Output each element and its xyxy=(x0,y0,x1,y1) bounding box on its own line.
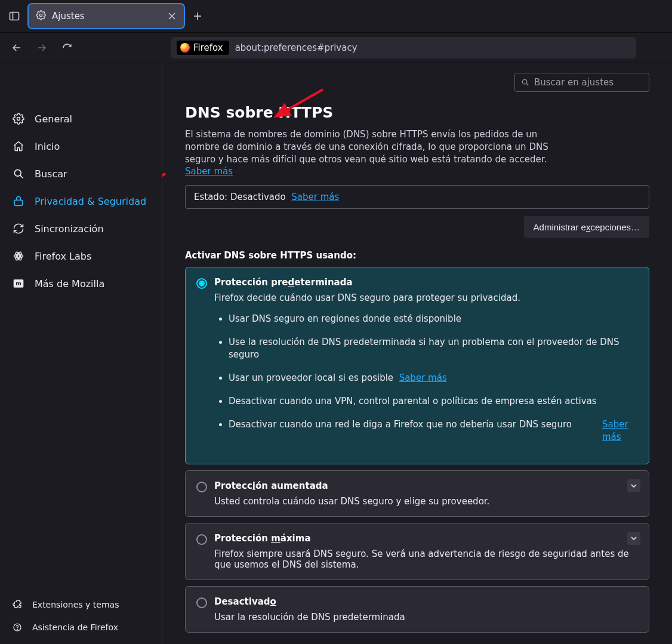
option-description: Usted controla cuándo usar DNS seguro y … xyxy=(214,496,638,507)
lock-icon xyxy=(12,195,25,208)
option-max[interactable]: Protección máxima Firefox siempre usará … xyxy=(185,523,649,580)
option-title: Protección máxima xyxy=(214,533,311,544)
sidebar-item-label: Buscar xyxy=(35,168,67,180)
chevron-down-icon[interactable] xyxy=(627,532,640,545)
status-learn-more-link[interactable]: Saber más xyxy=(291,192,339,202)
sidebar-item-label: Asistencia de Firefox xyxy=(32,623,118,632)
sync-icon xyxy=(12,222,25,235)
labs-icon xyxy=(12,249,25,263)
svg-rect-0 xyxy=(10,13,19,20)
sidebar-item-label: General xyxy=(35,113,72,125)
status-value: Desactivado xyxy=(230,192,286,202)
firefox-logo-icon xyxy=(180,43,190,53)
svg-point-20 xyxy=(17,629,17,630)
sidebar-item-label: Más de Mozilla xyxy=(35,278,104,289)
gear-icon xyxy=(36,10,46,23)
tab-ajustes[interactable]: Ajustes xyxy=(29,4,184,28)
svg-rect-12 xyxy=(14,200,22,205)
gear-icon xyxy=(12,112,25,125)
section-title: DNS sobre HTTPS xyxy=(185,104,649,121)
status-label: Estado: xyxy=(194,192,230,202)
sidebar-support[interactable]: Asistencia de Firefox xyxy=(5,617,157,638)
radio-icon xyxy=(196,597,207,608)
option-bullet: Use la resolución de DNS predeterminada … xyxy=(229,336,638,361)
tab-label: Ajustes xyxy=(52,11,85,21)
option-description: Firefox siempre usará DNS seguro. Se ver… xyxy=(214,549,638,570)
radio-icon xyxy=(196,482,207,492)
option-bullet: Usar un proveedor local si es posible Sa… xyxy=(229,372,638,384)
sidebar-item-sync[interactable]: Sincronización xyxy=(5,215,157,242)
option-increased[interactable]: Protección aumentada Usted controla cuán… xyxy=(185,470,649,517)
forward-button[interactable] xyxy=(31,37,53,58)
learn-more-link[interactable]: Saber más xyxy=(602,418,638,443)
option-title: Desactivado xyxy=(214,596,276,607)
svg-point-10 xyxy=(14,170,21,176)
panel-icon xyxy=(9,11,20,21)
reload-button[interactable] xyxy=(56,37,78,58)
sidebar-item-privacy[interactable]: Privacidad & Seguridad xyxy=(5,187,157,215)
puzzle-icon xyxy=(12,599,23,610)
search-icon xyxy=(12,167,25,180)
plus-icon xyxy=(193,12,202,20)
svg-point-2 xyxy=(39,14,42,16)
svg-line-4 xyxy=(169,13,175,19)
firefox-badge: Firefox xyxy=(177,41,229,55)
annotation-arrow xyxy=(162,171,168,203)
svg-line-3 xyxy=(169,13,175,19)
option-title: Protección aumentada xyxy=(214,480,328,491)
back-button[interactable] xyxy=(6,37,27,58)
settings-search-input[interactable]: Buscar en ajustes xyxy=(514,73,649,92)
option-bullet: Usar DNS seguro en regiones donde esté d… xyxy=(229,313,638,325)
option-bullet: Desactivar cuando una red le diga a Fire… xyxy=(229,418,638,443)
reload-icon xyxy=(62,43,72,53)
mozilla-icon: m xyxy=(12,277,25,290)
sidebar-item-label: Inicio xyxy=(35,141,60,152)
new-tab-button[interactable] xyxy=(187,6,208,26)
url-bar[interactable]: Firefox about:preferences#privacy xyxy=(171,37,636,58)
brand-label: Firefox xyxy=(193,42,223,53)
option-title: Protección predeterminada xyxy=(214,277,353,288)
radio-icon xyxy=(196,534,207,545)
search-icon xyxy=(521,78,529,87)
chevron-down-icon[interactable] xyxy=(627,479,640,492)
manage-exceptions-button[interactable]: Administrar excepciones… xyxy=(524,216,649,238)
activate-label: Activar DNS sobre HTTPS usando: xyxy=(185,250,649,261)
option-default[interactable]: Protección predeterminada Firefox decide… xyxy=(185,267,649,464)
learn-more-link[interactable]: Saber más xyxy=(185,166,233,177)
learn-more-link[interactable]: Saber más xyxy=(399,372,447,383)
side-panel-button[interactable] xyxy=(4,5,25,27)
sidebar-item-label: Extensiones y temas xyxy=(32,600,119,609)
dns-status-box: Estado: Desactivado Saber más xyxy=(185,185,649,209)
svg-point-13 xyxy=(17,255,20,257)
sidebar-item-search[interactable]: Buscar xyxy=(5,160,157,187)
svg-point-9 xyxy=(17,118,20,121)
sidebar-item-label: Privacidad & Seguridad xyxy=(35,196,146,207)
url-text: about:preferences#privacy xyxy=(235,42,357,53)
svg-point-23 xyxy=(522,79,527,84)
sidebar-item-labs[interactable]: Firefox Labs xyxy=(5,242,157,270)
option-description: Usar la resolución de DNS predeterminada xyxy=(214,612,638,623)
sidebar-extensions[interactable]: Extensiones y temas xyxy=(5,594,157,615)
help-icon xyxy=(12,622,23,633)
svg-line-11 xyxy=(20,175,23,178)
svg-text:m: m xyxy=(16,280,21,286)
close-icon xyxy=(168,13,175,20)
sidebar-item-general[interactable]: General xyxy=(5,105,157,133)
option-bullet: Desactivar cuando una VPN, control paren… xyxy=(229,395,638,408)
sidebar-item-label: Sincronización xyxy=(35,223,104,235)
arrow-left-icon xyxy=(11,42,22,53)
option-off[interactable]: Desactivado Usar la resolución de DNS pr… xyxy=(185,586,649,633)
home-icon xyxy=(12,140,25,153)
option-description: Firefox decide cuándo usar DNS seguro pa… xyxy=(214,292,638,303)
sidebar-item-home[interactable]: Inicio xyxy=(5,133,157,160)
section-description: El sistema de nombres de dominio (DNS) s… xyxy=(185,128,567,166)
svg-line-24 xyxy=(526,84,528,85)
sidebar-item-label: Firefox Labs xyxy=(35,251,91,262)
sidebar-item-mozilla[interactable]: m Más de Mozilla xyxy=(5,270,157,297)
radio-icon xyxy=(196,278,207,289)
close-tab-button[interactable] xyxy=(166,10,178,22)
svg-line-22 xyxy=(162,174,165,196)
search-placeholder: Buscar en ajustes xyxy=(534,77,614,88)
arrow-right-icon xyxy=(36,42,47,53)
